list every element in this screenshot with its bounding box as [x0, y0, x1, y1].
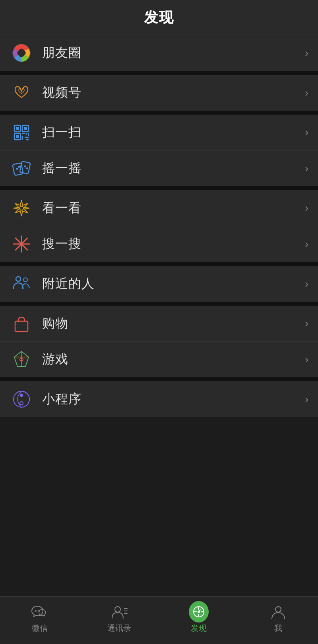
- svg-rect-5: [24, 127, 27, 130]
- menu-item-youxi[interactable]: 游戏 ›: [0, 342, 318, 377]
- saoyisao-icon: [10, 121, 33, 144]
- svg-rect-3: [16, 127, 19, 130]
- menu-item-souyisou[interactable]: 搜一搜 ›: [0, 226, 318, 262]
- divider-1: [0, 71, 318, 75]
- menu-item-fujindedren[interactable]: 附近的人 ›: [0, 266, 318, 302]
- chevron-icon: ›: [305, 238, 308, 250]
- yaoyiyao-icon: [10, 156, 33, 180]
- svg-point-34: [115, 607, 120, 612]
- divider-5: [0, 302, 318, 306]
- youxi-icon: [10, 347, 33, 371]
- svg-rect-27: [15, 321, 28, 332]
- chevron-icon: ›: [305, 393, 308, 406]
- svg-point-18: [24, 166, 26, 168]
- chevron-icon: ›: [305, 47, 308, 59]
- xiaochengxu-icon: [10, 387, 33, 411]
- menu-item-pengyouquan[interactable]: 朋友圈 ›: [0, 35, 318, 71]
- menu-item-xiaochengxu[interactable]: 小程序 ›: [0, 381, 318, 417]
- souyisou-label: 搜一搜: [42, 235, 302, 253]
- chevron-icon: ›: [305, 202, 308, 214]
- pengyouquan-label: 朋友圈: [42, 44, 302, 62]
- fujindedren-icon: [10, 272, 33, 296]
- xiaochengxu-label: 小程序: [42, 390, 302, 408]
- weixin-nav-label: 微信: [32, 623, 48, 634]
- fujindedren-label: 附近的人: [42, 275, 302, 293]
- svg-point-25: [16, 277, 21, 281]
- menu-item-gouwu[interactable]: 购物 ›: [0, 306, 318, 342]
- group-5: 附近的人 ›: [0, 266, 318, 302]
- menu-item-yaoyiyao[interactable]: 摇一摇 ›: [0, 150, 318, 186]
- menu-section: 朋友圈 › 视频号 ›: [0, 35, 318, 596]
- pengyouquan-icon: [10, 41, 33, 65]
- svg-rect-15: [19, 161, 30, 174]
- page-header: 发现: [0, 0, 318, 35]
- group-4: 看一看 › 搜一搜 ›: [0, 190, 318, 262]
- svg-point-19: [26, 168, 28, 170]
- souyisou-icon: [10, 232, 33, 256]
- yaoyiyao-label: 摇一摇: [42, 160, 302, 177]
- group-1: 朋友圈 ›: [0, 35, 318, 71]
- chevron-icon: ›: [305, 353, 308, 366]
- divider-4: [0, 262, 318, 266]
- chevron-icon: ›: [305, 126, 308, 139]
- tongxunlu-nav-icon: [109, 603, 129, 621]
- group-2: 视频号 ›: [0, 75, 318, 111]
- chevron-icon: ›: [305, 317, 308, 330]
- faxian-nav-label: 发现: [191, 623, 207, 634]
- svg-point-32: [35, 610, 37, 612]
- faxian-nav-icon: [189, 603, 209, 621]
- wo-nav-label: 我: [274, 623, 282, 634]
- divider-6: [0, 377, 318, 381]
- svg-point-30: [20, 394, 23, 397]
- divider-3: [0, 186, 318, 190]
- nav-item-tongxunlu[interactable]: 通讯录: [80, 603, 159, 634]
- menu-item-kanyikan[interactable]: 看一看 ›: [0, 190, 318, 226]
- svg-point-41: [275, 607, 281, 612]
- group-3: 扫一扫 › 摇一摇 ›: [0, 115, 318, 186]
- svg-point-17: [18, 166, 20, 168]
- nav-item-weixin[interactable]: 微信: [0, 603, 80, 634]
- page-title: 发现: [144, 9, 174, 25]
- chevron-icon: ›: [305, 162, 308, 175]
- nav-item-wo[interactable]: 我: [238, 603, 318, 634]
- divider-2: [0, 111, 318, 115]
- saoyisao-label: 扫一扫: [42, 124, 302, 141]
- weixin-nav-icon: [30, 603, 50, 621]
- gouwu-icon: [10, 312, 33, 336]
- wo-nav-icon: [268, 603, 288, 621]
- nav-item-faxian[interactable]: 发现: [159, 603, 238, 634]
- chevron-icon: ›: [305, 278, 308, 290]
- group-7: 小程序 ›: [0, 381, 318, 417]
- youxi-label: 游戏: [42, 351, 302, 368]
- shipinhao-icon: [10, 81, 33, 105]
- svg-point-26: [23, 278, 27, 282]
- kanyikan-icon: [10, 196, 33, 220]
- svg-point-16: [16, 168, 18, 170]
- bottom-navigation: 微信 通讯录: [0, 596, 318, 644]
- shipinhao-label: 视频号: [42, 84, 302, 101]
- svg-point-1: [18, 49, 25, 57]
- svg-point-20: [19, 206, 23, 210]
- chevron-icon: ›: [305, 87, 308, 99]
- gouwu-label: 购物: [42, 315, 302, 332]
- svg-point-31: [20, 402, 23, 405]
- menu-item-shipinhao[interactable]: 视频号 ›: [0, 75, 318, 111]
- svg-rect-7: [16, 135, 19, 138]
- group-6: 购物 › 游戏 ›: [0, 306, 318, 377]
- tongxunlu-nav-label: 通讯录: [107, 623, 131, 634]
- menu-item-saoyisao[interactable]: 扫一扫 ›: [0, 115, 318, 150]
- kanyikan-label: 看一看: [42, 199, 302, 217]
